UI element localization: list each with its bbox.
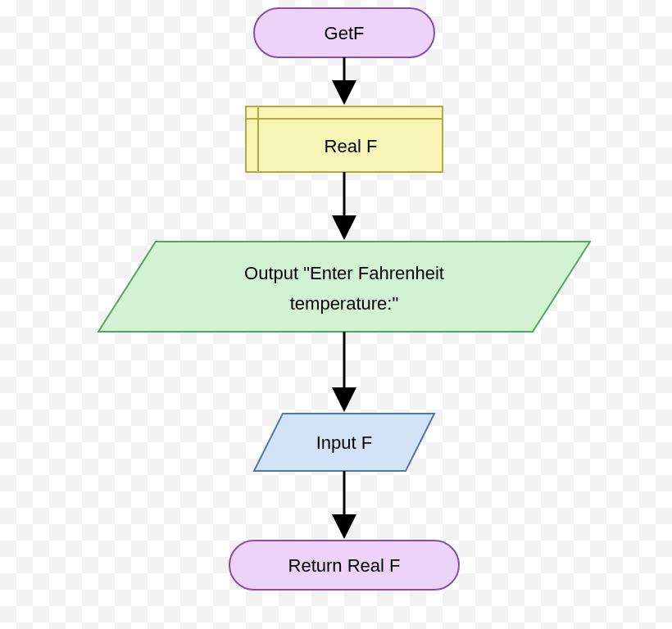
node-return-label: Return Real F (288, 555, 401, 576)
node-return: Return Real F (229, 541, 459, 590)
flowchart-canvas: GetF Real F Output "Enter Fahrenheit tem… (0, 0, 672, 629)
node-input-label: Input F (316, 432, 372, 453)
node-declare-label: Real F (325, 136, 378, 156)
flowchart-svg: GetF Real F Output "Enter Fahrenheit tem… (0, 0, 672, 629)
node-start: GetF (254, 8, 434, 57)
node-declare: Real F (246, 106, 443, 172)
node-output-line1: Output "Enter Fahrenheit (244, 263, 444, 283)
node-output: Output "Enter Fahrenheit temperature:" (98, 242, 590, 332)
node-output-line2: temperature:" (290, 293, 399, 314)
node-start-label: GetF (325, 23, 365, 43)
svg-marker-4 (98, 242, 590, 332)
node-input: Input F (254, 414, 434, 471)
